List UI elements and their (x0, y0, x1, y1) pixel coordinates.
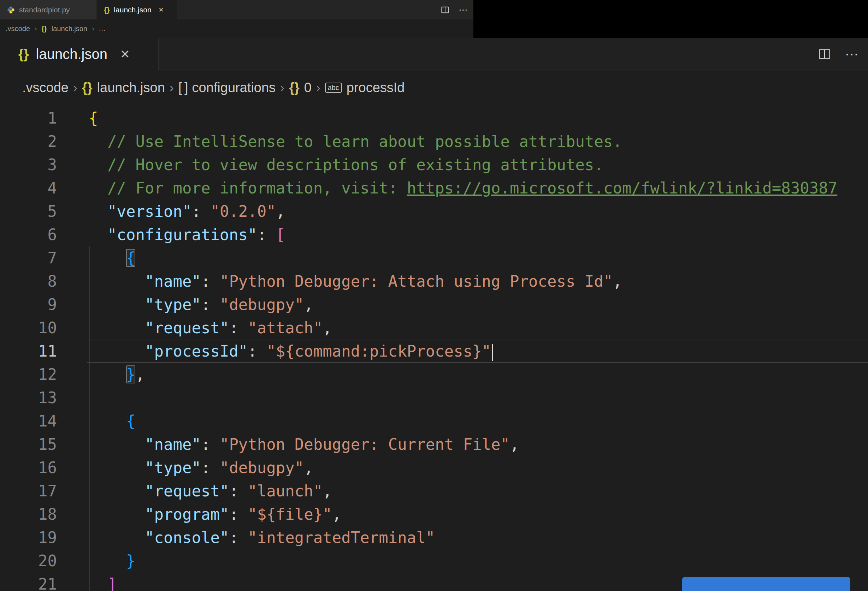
breadcrumb-item[interactable]: launch.json (97, 80, 165, 95)
code-line-4[interactable]: 4 // For more information, visit: https:… (0, 177, 868, 200)
line-number[interactable]: 11 (0, 340, 57, 363)
line-number[interactable]: 19 (0, 526, 57, 549)
chevron-right-icon: › (316, 81, 320, 95)
tab-label: launch.json (114, 6, 151, 14)
code-line-17[interactable]: 17 "request": "launch", (0, 479, 868, 503)
code-line-8[interactable]: 8 "name": "Python Debugger: Attach using… (0, 270, 868, 293)
json-icon: {} (104, 6, 109, 14)
close-icon[interactable]: ✕ (120, 47, 130, 61)
line-content: ] (89, 573, 117, 591)
tab-standardplot-py[interactable]: standardplot.py (0, 0, 97, 19)
line-number[interactable]: 17 (0, 479, 57, 503)
chevron-right-icon: › (170, 81, 174, 95)
code-line-3[interactable]: 3 // Hover to view descriptions of exist… (0, 153, 868, 177)
code-line-7[interactable]: 7 { (0, 246, 868, 270)
line-number[interactable]: 14 (0, 410, 57, 433)
code-line-2[interactable]: 2 // Use IntelliSense to learn about pos… (0, 130, 868, 153)
object-icon: {} (289, 80, 300, 95)
line-number[interactable]: 6 (0, 223, 57, 246)
python-icon (7, 6, 15, 14)
add-configuration-button[interactable] (682, 577, 850, 591)
text-cursor (492, 344, 493, 361)
chevron-right-icon: › (280, 81, 284, 95)
line-number[interactable]: 16 (0, 456, 57, 479)
editor-pane: {} launch.json ✕ ⋯ .vscode›{}launch.json… (0, 38, 868, 591)
line-content: { (89, 107, 98, 130)
line-number[interactable]: 3 (0, 153, 57, 177)
editor-tab-launch-json[interactable]: {} launch.json ✕ (0, 38, 159, 70)
line-content: "type": "debugpy", (89, 456, 313, 479)
line-content: "request": "launch", (89, 479, 332, 503)
tab-label: launch.json (36, 46, 108, 62)
tab-label: standardplot.py (19, 6, 70, 14)
line-content: { (89, 246, 135, 270)
line-number[interactable]: 21 (0, 573, 57, 591)
code-line-18[interactable]: 18 "program": "${file}", (0, 503, 868, 526)
line-number[interactable]: 18 (0, 503, 57, 526)
chevron-right-icon: › (73, 81, 77, 95)
line-content: "name": "Python Debugger: Current File", (89, 433, 519, 456)
line-number[interactable]: 8 (0, 270, 57, 293)
black-region (473, 0, 868, 38)
line-number[interactable]: 20 (0, 549, 57, 573)
code-line-16[interactable]: 16 "type": "debugpy", (0, 456, 868, 479)
breadcrumb-item[interactable]: 0 (304, 80, 311, 95)
close-icon[interactable]: ✕ (159, 6, 164, 14)
breadcrumb-item[interactable]: processId (347, 80, 405, 95)
breadcrumb-item[interactable]: configurations (192, 80, 276, 95)
line-number[interactable]: 2 (0, 130, 57, 153)
line-content: "request": "attach", (89, 316, 332, 340)
code-line-14[interactable]: 14 { (0, 410, 868, 433)
line-number[interactable]: 9 (0, 293, 57, 316)
breadcrumb-item[interactable]: … (99, 25, 106, 33)
split-editor-icon[interactable] (441, 6, 449, 14)
code-line-13[interactable]: 13 (0, 386, 868, 410)
breadcrumb-item[interactable]: launch.json (52, 25, 87, 33)
line-number[interactable]: 1 (0, 107, 57, 130)
small-breadcrumb-row: .vscode›{}launch.json›… (6, 25, 106, 33)
line-number[interactable]: 12 (0, 363, 57, 386)
line-number[interactable]: 10 (0, 316, 57, 340)
line-content: { (89, 410, 135, 433)
code-line-19[interactable]: 19 "console": "integratedTerminal" (0, 526, 868, 549)
line-content: // Hover to view descriptions of existin… (89, 153, 604, 177)
chevron-right-icon: › (35, 25, 37, 32)
more-actions-icon[interactable]: ⋯ (459, 5, 468, 15)
more-actions-icon[interactable]: ⋯ (845, 47, 859, 61)
json-icon: {} (18, 47, 29, 62)
code-line-10[interactable]: 10 "request": "attach", (0, 316, 868, 340)
line-number[interactable]: 4 (0, 177, 57, 200)
code-line-20[interactable]: 20 } (0, 549, 868, 573)
line-number[interactable]: 13 (0, 386, 57, 410)
code-line-6[interactable]: 6 "configurations": [ (0, 223, 868, 246)
editor-tab-bar: {} launch.json ✕ ⋯ (0, 38, 868, 70)
line-number[interactable]: 7 (0, 246, 57, 270)
abc-icon: abc (325, 83, 342, 93)
line-number[interactable]: 5 (0, 200, 57, 223)
line-content: } (89, 549, 135, 573)
line-number[interactable]: 15 (0, 433, 57, 456)
code-line-11[interactable]: 11 "processId": "${command:pickProcess}" (0, 340, 868, 363)
line-content: "version": "0.2.0", (89, 200, 285, 223)
editor-breadcrumb-row: .vscode›{}launch.json›[ ]configurations›… (22, 80, 404, 95)
code-line-9[interactable]: 9 "type": "debugpy", (0, 293, 868, 316)
breadcrumb-item[interactable]: .vscode (22, 80, 68, 95)
code-line-15[interactable]: 15 "name": "Python Debugger: Current Fil… (0, 433, 868, 456)
top-strip: standardplot.py {} launch.json ✕ ⋯ .vsco… (0, 0, 473, 38)
line-content: "processId": "${command:pickProcess}" (89, 340, 493, 363)
line-content: "type": "debugpy", (89, 293, 313, 316)
line-content: // Use IntelliSense to learn about possi… (89, 130, 622, 153)
code-line-1[interactable]: 1{ (0, 107, 868, 130)
vscode-window: standardplot.py {} launch.json ✕ ⋯ .vsco… (0, 0, 868, 591)
editor-breadcrumb: .vscode›{}launch.json›[ ]configurations›… (0, 70, 868, 105)
line-content: // For more information, visit: https://… (89, 177, 837, 200)
tab-launch-json[interactable]: {} launch.json ✕ (97, 0, 177, 19)
breadcrumb-item[interactable]: .vscode (6, 25, 30, 33)
array-icon: [ ] (179, 80, 187, 95)
split-editor-icon[interactable] (818, 48, 831, 60)
small-tabbar-actions: ⋯ (441, 0, 473, 19)
chevron-right-icon: › (92, 25, 94, 32)
line-content: }, (89, 363, 145, 386)
code-line-12[interactable]: 12 }, (0, 363, 868, 386)
code-line-5[interactable]: 5 "version": "0.2.0", (0, 200, 868, 223)
